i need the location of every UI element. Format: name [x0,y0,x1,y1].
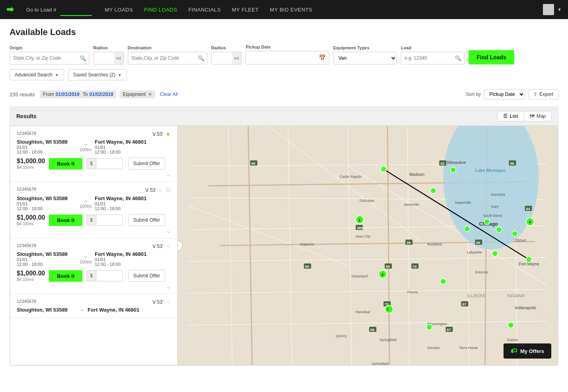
equipment-filter-label: Equipment [123,92,145,97]
export-button[interactable]: ⇧ Export [528,89,558,99]
load-price-3: $1,000.00 [17,270,45,277]
origin-search-icon[interactable]: 🔍 [77,52,89,64]
user-avatar[interactable] [543,4,554,15]
load-origin-date-1: 01/01 [17,145,76,150]
offer-input-wrap-2: $ 2345.67 [86,215,123,226]
results-wrapper: Results ☰ List 🗺 Map 12345678 [10,107,558,366]
nav-financials[interactable]: FINANCIALS [188,7,221,13]
pickup-date-label: Pickup Date [246,45,329,49]
load-dest-date-2: 01/01 [95,201,146,206]
dest-radius-input[interactable]: 100 [211,52,232,64]
svg-text:Terre Haute: Terre Haute [459,346,478,350]
equipment-filter-tag: Equipment ✕ [119,90,155,98]
origin-radius-group: Radius 100 mi [93,45,124,64]
svg-text:Elkhart: Elkhart [515,238,527,242]
goto-load-input[interactable] [60,3,92,16]
page-title: Available Loads [10,27,558,37]
load-miles-3: 100mi [80,259,92,264]
star-icon-3[interactable]: ☆ [166,243,171,250]
svg-text:ILLINOIS: ILLINOIS [467,293,486,298]
expand-arrow-3[interactable]: ⌄ [17,283,171,290]
svg-text:Kokomo: Kokomo [475,270,488,274]
svg-point-86 [431,188,436,193]
my-offers-button[interactable]: 🏷 My Offers [504,343,551,359]
equipment-group: Equipment Types Van [333,45,397,64]
expand-arrow-2[interactable]: ⌄ [17,228,171,234]
load-search-icon[interactable]: 🔍 [453,52,465,64]
svg-text:Gary: Gary [491,205,499,209]
map-view-button[interactable]: 🗺 Map [524,111,551,121]
date-filter-tag: From 01/01/2019 To 01/02/2019 [40,90,117,98]
hide-icon-2[interactable]: 👁̸ [166,187,171,194]
find-loads-button[interactable]: Find Loads [468,50,514,64]
sort-select[interactable]: Pickup Date [484,89,525,99]
nav-my-fleet[interactable]: MY FLEET [232,7,259,13]
offer-input-3[interactable]: 2345.67 [96,271,122,281]
submit-offer-button-2[interactable]: Submit Offer [128,214,165,226]
nav-find-loads[interactable]: FIND LOADS [144,7,177,13]
map-svg: Lake Michigan Milwaukee Madison Chicago … [178,126,558,365]
map-icon: 🗺 [530,113,535,119]
svg-point-90 [512,231,518,236]
book-it-button-1[interactable]: Book It [49,158,82,170]
clear-all-link[interactable]: Clear All [160,92,178,97]
load-top-3: 12345678 V 53' ☆ [17,243,171,250]
equipment-select[interactable]: Van [333,52,397,64]
results-title: Results [16,113,37,119]
load-miles-1: 100mi [80,147,92,152]
load-dest-2: Fort Wayne, IN 46801 [95,195,146,201]
list-view-button[interactable]: ☰ List [498,111,523,121]
dest-input[interactable] [128,52,195,64]
user-menu-chevron-icon[interactable]: ▼ [557,7,562,12]
results-bar: 235 results From 01/01/2019 To 01/02/201… [10,86,558,103]
svg-point-92 [441,279,446,284]
load-route-4: Stoughton, WI 53589 → Fort Wayne, IN 468… [17,307,171,313]
star-icon-4[interactable]: ☆ [166,299,171,305]
offer-input-1[interactable]: 2345.67 [96,158,122,169]
results-count: 235 results [10,92,35,98]
offer-dollar-3: $ [87,271,96,281]
load-dest-3: Fort Wayne, IN 46801 [95,251,146,257]
submit-offer-button-3[interactable]: Submit Offer [128,270,165,282]
load-dest-4: Fort Wayne, IN 46801 [88,307,139,313]
dest-search-icon[interactable]: 🔍 [195,52,207,64]
my-offers-icon: 🏷 [511,347,517,355]
origin-input[interactable] [10,52,77,64]
dest-field-group: Destination 🔍 [128,45,207,64]
nav-my-bid-events[interactable]: MY BID EVENTS [270,7,312,13]
svg-text:Decatur: Decatur [427,346,440,350]
svg-text:South Bend: South Bend [483,214,502,218]
load-input[interactable] [401,52,453,64]
offer-input-2[interactable]: 2345.67 [96,215,122,225]
svg-text:Rockford: Rockford [427,242,442,246]
svg-text:Lake Michigan: Lake Michigan [475,168,506,173]
equipment-label: Equipment Types [333,45,397,50]
svg-text:74: 74 [413,265,417,269]
load-top-4: 12345678 V 53' ☆ [17,299,171,305]
submit-offer-button-1[interactable]: Submit Offer [128,158,165,170]
svg-text:Hannibal: Hannibal [356,310,370,314]
svg-text:80: 80 [305,265,309,269]
nav-my-loads[interactable]: MY LOADS [105,7,133,13]
svg-point-91 [492,251,498,256]
dest-label: Destination [128,45,207,50]
advanced-search-dropdown[interactable]: Advanced Search ▼ [10,69,64,80]
star-icon-2[interactable]: ☆ [158,187,164,193]
offer-input-wrap-1: $ 2345.67 [86,158,123,169]
load-dest-time-2: 12:00 - 18:00 [95,206,146,211]
load-route-1: Stoughton, WI 53589 01/01 12:00 - 18:00 … [17,139,171,154]
load-dest-time-1: 12:00 - 18:00 [95,150,146,154]
equipment-filter-close-icon[interactable]: ✕ [148,92,152,97]
results-panel: 12345678 V 53' ★ Stoughton, WI 53589 01/… [10,126,558,365]
book-it-button-3[interactable]: Book It [49,270,82,282]
book-it-button-2[interactable]: Book It [49,215,82,226]
expand-arrow-1[interactable]: ⌄ [17,171,171,177]
load-dest-1: Fort Wayne, IN 46801 [95,139,146,145]
list-icon: ☰ [503,113,507,119]
origin-radius-input[interactable]: 100 [93,52,114,64]
svg-text:Milwaukee: Milwaukee [447,160,467,165]
star-icon-1[interactable]: ★ [166,131,171,137]
saved-searches-dropdown[interactable]: Saved Searches (2) ▼ [68,69,127,80]
pickup-date-input[interactable]: 01/01/2019 - 01/02/2019 [246,51,316,64]
svg-text:55: 55 [371,328,375,332]
